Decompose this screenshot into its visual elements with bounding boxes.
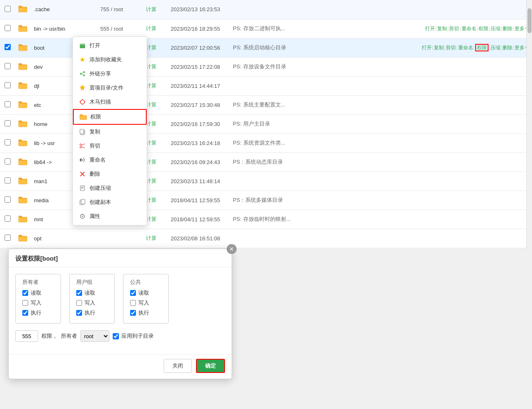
- action-打开[interactable]: 打开: [425, 26, 435, 31]
- perm-write-item: 写入: [22, 299, 54, 307]
- action-复制[interactable]: 复制: [437, 26, 447, 31]
- perm-write-checkbox[interactable]: [130, 300, 136, 306]
- row-checkbox[interactable]: [5, 139, 11, 145]
- menu-item-删除[interactable]: 删除: [73, 167, 147, 181]
- scrollbar[interactable]: [526, 0, 532, 249]
- action-sep: |: [447, 26, 449, 31]
- file-calc[interactable]: 计算: [143, 19, 167, 38]
- action-权限[interactable]: 权限: [479, 26, 488, 31]
- perm-read-checkbox[interactable]: [22, 290, 28, 296]
- svg-point-30: [82, 216, 83, 217]
- row-checkbox[interactable]: [5, 120, 11, 126]
- file-name[interactable]: bin -> usr/bin: [31, 19, 97, 38]
- action-删除[interactable]: 删除: [503, 45, 513, 51]
- menu-item-创建副本[interactable]: 创建副本: [73, 195, 147, 209]
- file-calc[interactable]: 计算: [143, 0, 167, 19]
- perm-group-所有者: 所有者 读取 写入 执行: [15, 274, 61, 324]
- menu-item-置项目录/文件[interactable]: 置项目录/文件: [73, 81, 147, 95]
- checkbox-cell[interactable]: [0, 229, 15, 248]
- checkbox-cell[interactable]: [0, 0, 15, 19]
- owner-select[interactable]: root: [80, 330, 109, 342]
- checkbox-cell[interactable]: [0, 76, 15, 95]
- checkbox-cell[interactable]: [0, 19, 15, 38]
- row-checkbox[interactable]: [5, 101, 11, 107]
- checkbox-cell[interactable]: [0, 133, 15, 152]
- row-checkbox[interactable]: [5, 196, 11, 203]
- menu-item-打开[interactable]: 打开: [73, 39, 147, 53]
- checkbox-cell[interactable]: [0, 57, 15, 76]
- row-checkbox[interactable]: [5, 63, 11, 69]
- perm-exec-checkbox[interactable]: [22, 310, 28, 316]
- perm-exec-checkbox[interactable]: [130, 310, 136, 316]
- perm-exec-label: 执行: [31, 309, 41, 317]
- file-name[interactable]: .cache: [31, 0, 97, 19]
- checkbox-cell[interactable]: [0, 114, 15, 133]
- perm-write-label: 写入: [138, 299, 149, 307]
- action-删除[interactable]: 删除: [503, 26, 513, 31]
- dialog-close-x[interactable]: ✕: [227, 244, 237, 254]
- perm-read-checkbox[interactable]: [130, 290, 136, 296]
- perm-write-checkbox[interactable]: [76, 300, 82, 306]
- checkbox-cell[interactable]: [0, 172, 15, 191]
- action-压缩[interactable]: 压缩: [491, 45, 501, 51]
- perm-exec-checkbox[interactable]: [76, 310, 82, 316]
- perm-read-label: 读取: [138, 289, 149, 297]
- action-sep: |: [477, 26, 478, 31]
- action-打开[interactable]: 打开: [422, 45, 432, 51]
- action-复制[interactable]: 复制: [434, 45, 444, 51]
- file-ps: [230, 229, 357, 248]
- action-剪切[interactable]: 剪切: [449, 26, 459, 31]
- perm-read-checkbox[interactable]: [76, 290, 82, 296]
- menu-item-木马扫描[interactable]: 木马扫描: [73, 95, 147, 109]
- row-checkbox[interactable]: [5, 158, 11, 165]
- row-checkbox[interactable]: [5, 25, 11, 31]
- file-actions: [357, 0, 532, 19]
- action-more[interactable]: 更多: [515, 45, 525, 51]
- file-calc[interactable]: 计算: [143, 229, 167, 248]
- file-actions: [357, 210, 532, 229]
- checkbox-cell[interactable]: [0, 38, 15, 57]
- action-剪切[interactable]: 剪切: [446, 45, 456, 51]
- menu-item-创建压缩[interactable]: 创建压缩: [73, 181, 147, 195]
- apply-subdirectory-checkbox[interactable]: [113, 333, 119, 339]
- row-checkbox[interactable]: [5, 235, 11, 241]
- checkbox-cell[interactable]: [0, 191, 15, 210]
- action-权限[interactable]: 权限: [475, 44, 488, 51]
- menu-item-重命名[interactable]: 重命名: [73, 153, 147, 167]
- row-checkbox[interactable]: [5, 215, 11, 222]
- file-date: 2023/02/15 17:22:08: [167, 57, 230, 76]
- action-压缩[interactable]: 压缩: [491, 26, 501, 31]
- clone-icon: [79, 198, 86, 206]
- checkbox-cell[interactable]: [0, 152, 15, 172]
- action-重命名[interactable]: 重命名: [458, 45, 473, 51]
- menu-item-添加到收藏夹[interactable]: 添加到收藏夹: [73, 53, 147, 67]
- row-checkbox[interactable]: [5, 44, 11, 50]
- menu-label: 剪切: [89, 142, 100, 150]
- checkbox-cell[interactable]: [0, 210, 15, 229]
- menu-item-权限[interactable]: 权限: [73, 109, 147, 125]
- action-sep: |: [444, 45, 445, 51]
- confirm-button[interactable]: 确定: [196, 359, 225, 373]
- perm-group-title: 所有者: [22, 278, 54, 286]
- perm-write-checkbox[interactable]: [22, 300, 28, 306]
- menu-item-属性[interactable]: 属性: [73, 209, 147, 223]
- menu-item-剪切[interactable]: 剪切: [73, 139, 147, 153]
- row-checkbox[interactable]: [5, 177, 11, 184]
- dialog-actions: 关闭 确定: [9, 354, 232, 379]
- checkbox-cell[interactable]: [0, 95, 15, 114]
- menu-item-外链分享[interactable]: 外链分享: [73, 67, 147, 81]
- perm-exec-item: 执行: [76, 309, 108, 317]
- action-sep: |: [489, 26, 490, 31]
- perm-code-input[interactable]: [15, 330, 38, 342]
- close-button[interactable]: 关闭: [164, 359, 192, 373]
- menu-item-复制[interactable]: 复制: [73, 125, 147, 139]
- menu-label: 添加到收藏夹: [89, 56, 122, 63]
- action-more[interactable]: 更多: [515, 26, 525, 31]
- star-icon: [79, 56, 86, 63]
- file-name[interactable]: opt: [31, 229, 97, 248]
- action-重命名[interactable]: 重命名: [462, 26, 476, 31]
- table-row: .cache 755 / root 计算 2023/02/13 16:23:53: [0, 0, 532, 19]
- action-sep: |: [456, 45, 457, 51]
- row-checkbox[interactable]: [5, 6, 11, 12]
- row-checkbox[interactable]: [5, 82, 11, 88]
